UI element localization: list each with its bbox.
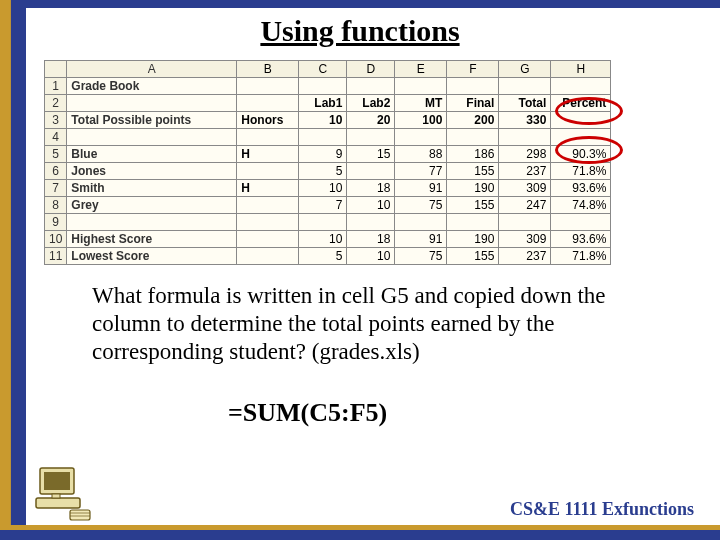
cell: 186 [447,146,499,163]
cell: 200 [447,112,499,129]
cell: 10 [347,197,395,214]
col-header: D [347,61,395,78]
cell [395,129,447,146]
col-header: C [299,61,347,78]
row-number: 1 [45,78,67,95]
cell: 71.8% [551,163,611,180]
row-number: 3 [45,112,67,129]
cell [67,129,237,146]
cell: Lab2 [347,95,395,112]
cell: 309 [499,180,551,197]
decor-bottom-bar [0,530,720,540]
cell: 75 [395,248,447,265]
cell [447,78,499,95]
cell: 237 [499,248,551,265]
cell [499,214,551,231]
cell: 15 [347,146,395,163]
row-number: 8 [45,197,67,214]
cell: 330 [499,112,551,129]
cell: 93.6% [551,231,611,248]
corner-cell [45,61,67,78]
decor-left-bar [0,0,26,540]
cell: 20 [347,112,395,129]
cell: 90.3% [551,146,611,163]
cell: 247 [499,197,551,214]
cell: 298 [499,146,551,163]
cell: Final [447,95,499,112]
decor-top-bar [0,0,720,8]
cell [237,129,299,146]
cell [347,78,395,95]
table-row: 9 [45,214,611,231]
cell [551,78,611,95]
cell [299,78,347,95]
table-row: 3Total Possible pointsHonors102010020033… [45,112,611,129]
cell: Lab1 [299,95,347,112]
table-row: 10Highest Score10189119030993.6% [45,231,611,248]
cell [347,214,395,231]
header-row: A B C D E F G H [45,61,611,78]
cell: 10 [299,180,347,197]
computer-icon [34,464,94,522]
cell: Blue [67,146,237,163]
table-row: 1Grade Book [45,78,611,95]
cell: 10 [299,231,347,248]
svg-rect-3 [52,494,60,498]
question-text: What formula is written in cell G5 and c… [92,282,652,366]
spreadsheet-table: A B C D E F G H 1Grade Book2Lab1Lab2MTFi… [44,60,611,265]
table-row: 6Jones57715523771.8% [45,163,611,180]
cell: 7 [299,197,347,214]
cell: 9 [299,146,347,163]
cell: 91 [395,231,447,248]
cell: 5 [299,163,347,180]
table-row: 11Lowest Score5107515523771.8% [45,248,611,265]
cell [237,163,299,180]
cell: 155 [447,248,499,265]
cell [299,129,347,146]
cell [237,95,299,112]
row-number: 9 [45,214,67,231]
cell: 75 [395,197,447,214]
cell: 309 [499,231,551,248]
formula-answer: =SUM(C5:F5) [228,398,387,428]
cell [347,163,395,180]
cell [67,214,237,231]
cell: H [237,180,299,197]
slide: Using functions A B C D E F G H 1Grade B… [0,0,720,540]
col-header: G [499,61,551,78]
cell [551,129,611,146]
cell: 10 [299,112,347,129]
cell [237,231,299,248]
cell: 237 [499,163,551,180]
cell [347,129,395,146]
cell: Percent [551,95,611,112]
cell [237,197,299,214]
table-row: 7SmithH10189119030993.6% [45,180,611,197]
cell [67,95,237,112]
col-header: A [67,61,237,78]
cell [395,214,447,231]
cell: Lowest Score [67,248,237,265]
row-number: 6 [45,163,67,180]
cell [299,214,347,231]
cell [237,248,299,265]
cell: 71.8% [551,248,611,265]
row-number: 10 [45,231,67,248]
cell: Jones [67,163,237,180]
cell [447,129,499,146]
table-row: 8Grey7107515524774.8% [45,197,611,214]
cell: 155 [447,163,499,180]
col-header: E [395,61,447,78]
cell: MT [395,95,447,112]
cell [447,214,499,231]
cell [551,214,611,231]
cell: 190 [447,180,499,197]
cell: 74.8% [551,197,611,214]
footer-text: CS&E 1111 Exfunctions [510,499,694,520]
svg-rect-2 [36,498,80,508]
cell: Grey [67,197,237,214]
row-number: 4 [45,129,67,146]
row-number: 2 [45,95,67,112]
table-row: 4 [45,129,611,146]
row-number: 5 [45,146,67,163]
